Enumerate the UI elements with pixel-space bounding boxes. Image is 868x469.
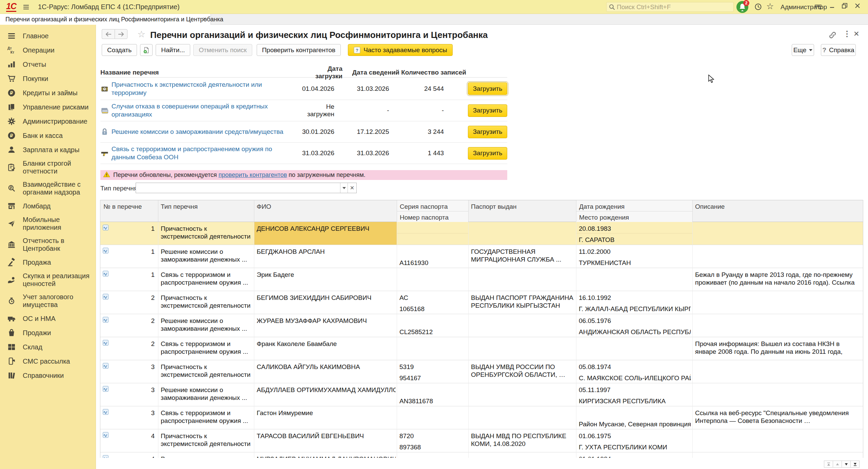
- sidebar-item-4[interactable]: ₽Кредиты и займы: [0, 86, 96, 100]
- global-search[interactable]: [606, 2, 734, 12]
- back-button[interactable]: [102, 29, 115, 39]
- list-name-link[interactable]: Связь с терроризмом и распространением о…: [112, 145, 300, 161]
- scroll-up-button[interactable]: [833, 461, 842, 468]
- sms-icon: [7, 357, 16, 366]
- gear-icon: [7, 117, 16, 126]
- sidebar-item-21[interactable]: Справочники: [0, 368, 96, 383]
- minimize-button[interactable]: [829, 3, 835, 11]
- grid-row[interactable]: 3 Связь с терроризмом и распространением…: [100, 406, 863, 429]
- scroll-down-button[interactable]: [842, 461, 851, 468]
- col-description: Описание: [695, 203, 725, 210]
- sidebar-item-18[interactable]: Продажи: [0, 326, 96, 340]
- records-grid-header: № в перечне Тип перечня ФИО Серия паспор…: [100, 200, 863, 222]
- cancel-search-button[interactable]: Отменить поиск: [193, 44, 252, 56]
- sidebar-item-14[interactable]: Продажа: [0, 255, 96, 269]
- grid-icon: [7, 343, 16, 351]
- notifications-bell-icon[interactable]: 2: [736, 1, 748, 13]
- cell-birth-place: КИРГИЗСКАЯ РЕСПУБЛИКА: [579, 397, 691, 405]
- grid-row[interactable]: 3 Решение комиссии о замораживании денеж…: [100, 383, 863, 406]
- global-search-input[interactable]: [617, 2, 732, 12]
- svg-text:₽: ₽: [10, 90, 13, 96]
- sidebar-item-15[interactable]: Скупка и реализация ценностей: [0, 269, 96, 290]
- cell-passport-series: АС: [399, 294, 466, 302]
- cell-fio: ДЕНИСОВ АЛЕКСАНДР СЕРГЕЕВИЧ: [257, 225, 396, 232]
- grid-row[interactable]: 4 Причастность к экстремистской деятельн…: [100, 429, 863, 452]
- scroll-bottom-button[interactable]: [850, 461, 860, 468]
- tab-close-icon[interactable]: ×: [203, 16, 206, 23]
- sidebar-item-6[interactable]: Администрирование: [0, 114, 96, 128]
- close-window-button[interactable]: [854, 3, 861, 11]
- sidebar-item-label: Учет залогового имущества: [23, 293, 93, 309]
- history-icon[interactable]: [754, 3, 762, 12]
- load-button[interactable]: Загрузить: [468, 147, 507, 160]
- ruble-icon: ₽: [7, 88, 16, 97]
- grid-row[interactable]: 2 Решение комиссии о замораживании денеж…: [100, 314, 863, 337]
- cell-fio: МУРЗАЛИЕВ МУХАММАД ДАНУРОМАНОВИЧ: [257, 455, 396, 458]
- faq-button[interactable]: ? Часто задаваемые вопросы: [348, 44, 453, 56]
- close-form-icon[interactable]: ✕: [853, 30, 860, 38]
- tab-perechni[interactable]: Перечни организаций и физических лиц Рос…: [0, 14, 211, 25]
- sidebar-item-16[interactable]: Учет залогового имущества: [0, 290, 96, 311]
- list-name-link[interactable]: Решение комиссии о замораживании средств…: [112, 128, 300, 136]
- sidebar-item-12[interactable]: Мобильные приложения: [0, 213, 96, 234]
- sidebar-item-7[interactable]: ₽Банк и касса: [0, 128, 96, 143]
- main-menu-icon[interactable]: [22, 3, 31, 13]
- help-button[interactable]: ? Справка: [821, 44, 856, 56]
- grid-row[interactable]: 1 Связь с терроризмом и распространением…: [100, 268, 863, 291]
- cell-birth-date: 16.10.1992: [579, 294, 691, 302]
- sidebar-item-20[interactable]: СМС рассылка: [0, 354, 96, 368]
- dropdown-caret-icon[interactable]: [340, 183, 348, 193]
- find-button[interactable]: Найти...: [156, 44, 190, 56]
- col-info-date: Дата сведений: [342, 69, 399, 76]
- list-type-filter-input[interactable]: [136, 183, 340, 193]
- more-actions-icon[interactable]: ⋮: [843, 29, 851, 38]
- grid-row[interactable]: 1 Причастность к экстремистской деятельн…: [100, 222, 863, 245]
- load-button[interactable]: Загрузить: [468, 82, 507, 95]
- forward-button[interactable]: [115, 29, 127, 39]
- sidebar-item-17[interactable]: ОС и НМА: [0, 311, 96, 326]
- list-name-link[interactable]: Случаи отказа в совершении операций в кр…: [112, 102, 300, 119]
- list-name-link[interactable]: Причастность к экстремистской деятельнос…: [112, 81, 300, 97]
- sidebar-item-label: Бланки строгой отчетности: [23, 160, 93, 175]
- scroll-top-button[interactable]: [824, 461, 833, 468]
- load-button[interactable]: Загрузить: [468, 104, 507, 117]
- sidebar-item-9[interactable]: Бланки строгой отчетности: [0, 157, 96, 178]
- grid-row[interactable]: 2 Связь с терроризмом и распространением…: [100, 337, 863, 360]
- section-panel: ГлавноеДтКтОперацииОтчетыПокупки₽Кредиты…: [0, 25, 96, 469]
- sidebar-item-label: Продажи: [23, 329, 93, 337]
- cell-passport-number: 897368: [399, 443, 466, 451]
- sidebar-item-8[interactable]: Зарплата и кадры: [0, 143, 96, 157]
- sidebar-item-2[interactable]: Отчеты: [0, 57, 96, 72]
- user-menu-icon[interactable]: [814, 3, 823, 12]
- restore-button[interactable]: [842, 3, 848, 11]
- grid-row[interactable]: 4 Решение комиссии о МУРЗАЛИЕВ МУХАММАД …: [100, 452, 863, 458]
- sidebar-item-10[interactable]: ₽Взаимодействие с органами надзора: [0, 178, 96, 199]
- load-button[interactable]: Загрузить: [468, 126, 507, 138]
- form-area: ☆ Перечни организаций и физических лиц Р…: [96, 25, 868, 469]
- check-counterparties-button[interactable]: Проверить контрагентов: [257, 44, 341, 56]
- cart-icon: [7, 74, 16, 83]
- sidebar-item-label: Администрирование: [23, 118, 93, 125]
- sidebar-item-13[interactable]: Отчетность в Центробанк: [0, 234, 96, 255]
- grid-row[interactable]: 3 Причастность к экстремистской деятельн…: [100, 360, 863, 383]
- add-favorite-star-icon[interactable]: ☆: [137, 29, 145, 40]
- create-copy-button[interactable]: [140, 44, 153, 56]
- check-counterparties-link[interactable]: проверить контрагентов: [219, 171, 287, 178]
- sidebar-item-0[interactable]: Главное: [0, 29, 96, 43]
- get-link-icon[interactable]: [828, 31, 837, 41]
- grid-row[interactable]: 2 Причастность к экстремистской деятельн…: [100, 291, 863, 314]
- create-button[interactable]: Создать: [102, 44, 137, 56]
- clear-filter-icon[interactable]: ✕: [348, 183, 356, 193]
- sidebar-item-19[interactable]: Склад: [0, 340, 96, 354]
- cell-passport-number: 1065168: [399, 305, 466, 313]
- favorites-star-icon[interactable]: ☆: [766, 1, 774, 11]
- sidebar-item-label: ОС и НМА: [23, 315, 93, 323]
- sidebar-item-1[interactable]: ДтКтОперации: [0, 43, 96, 57]
- cell-num: 1: [100, 248, 155, 256]
- grid-row[interactable]: 1 Решение комиссии о замораживании денеж…: [100, 245, 863, 268]
- sidebar-item-11[interactable]: Ломбард: [0, 199, 96, 213]
- more-button[interactable]: Еще: [792, 44, 814, 56]
- notice-text: Перечни обновлены, рекомендуется: [113, 171, 219, 178]
- sidebar-item-5[interactable]: Управление рисками: [0, 100, 96, 114]
- sidebar-item-3[interactable]: Покупки: [0, 72, 96, 86]
